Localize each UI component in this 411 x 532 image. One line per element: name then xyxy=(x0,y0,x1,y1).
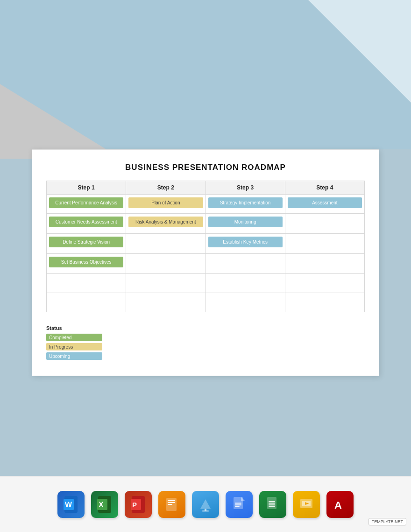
svg-rect-15 xyxy=(202,511,209,511)
legend-color-upcoming: Upcoming xyxy=(46,352,102,360)
app-icon-pages[interactable] xyxy=(158,491,185,518)
cell-3-4 xyxy=(285,234,364,254)
legend-color-in-progress: In Progress xyxy=(46,343,102,350)
cell-4-1: Set Business Objectives xyxy=(47,254,126,274)
table-row xyxy=(47,293,365,312)
app-icon-acrobat[interactable]: A xyxy=(326,491,354,518)
svg-rect-17 xyxy=(235,503,241,504)
cell-1-2: Plan of Action xyxy=(126,195,206,214)
svg-rect-14 xyxy=(205,509,206,511)
svg-rect-24 xyxy=(269,504,275,505)
cell-1-4: Assessment xyxy=(285,195,364,214)
cell-2-2: Risk Analysis & Management xyxy=(126,214,206,234)
legend-section: Status Completed In Progress Upcoming xyxy=(46,325,365,360)
cell-6-3 xyxy=(206,293,285,312)
col-header-2: Step 2 xyxy=(126,181,206,195)
app-icon-google-sheets[interactable] xyxy=(259,491,286,518)
cell-2-3: Monitoring xyxy=(206,214,285,234)
page-title: BUSINESS PRESENTATION ROADMAP xyxy=(46,163,365,172)
col-header-3: Step 3 xyxy=(206,181,285,195)
task-badge-customer-needs: Customer Needs Assessment xyxy=(49,217,123,227)
svg-rect-10 xyxy=(168,500,175,501)
task-badge-monitoring: Monitoring xyxy=(208,217,283,227)
cell-6-2 xyxy=(126,293,206,312)
roadmap-table: Step 1 Step 2 Step 3 Step 4 Current Perf… xyxy=(46,181,365,312)
task-badge-metrics: Establish Key Metrics xyxy=(208,237,283,247)
svg-rect-23 xyxy=(269,503,275,504)
cell-5-2 xyxy=(126,274,206,293)
svg-marker-13 xyxy=(200,499,211,509)
task-badge-risk: Risk Analysis & Management xyxy=(128,217,203,227)
svg-text:A: A xyxy=(334,499,342,511)
svg-rect-19 xyxy=(235,506,240,507)
svg-text:W: W xyxy=(65,501,72,509)
legend-item-completed: Completed xyxy=(46,334,365,341)
legend-color-completed: Completed xyxy=(46,334,102,341)
cell-3-3: Establish Key Metrics xyxy=(206,234,285,254)
col-header-1: Step 1 xyxy=(47,181,126,195)
cell-4-3 xyxy=(206,254,285,274)
cell-1-1: Current Performance Analysis xyxy=(47,195,126,214)
col-header-4: Step 4 xyxy=(285,181,364,195)
svg-rect-25 xyxy=(269,506,275,507)
cell-5-3 xyxy=(206,274,285,293)
legend-title: Status xyxy=(46,325,365,331)
task-badge-assessment: Assessment xyxy=(288,197,362,208)
task-badge-completed: Current Performance Analysis xyxy=(49,197,123,208)
svg-rect-12 xyxy=(168,504,172,505)
cell-5-4 xyxy=(285,274,364,293)
svg-rect-22 xyxy=(269,501,275,502)
app-toolbar: W X P xyxy=(0,476,411,532)
cell-3-2 xyxy=(126,234,206,254)
watermark-badge: TEMPLATE.NET xyxy=(368,518,406,525)
cell-4-4 xyxy=(285,254,364,274)
app-icon-keynote[interactable] xyxy=(192,491,219,518)
legend-item-in-progress: In Progress xyxy=(46,343,365,350)
cell-2-1: Customer Needs Assessment xyxy=(47,214,126,234)
legend-item-upcoming: Upcoming xyxy=(46,352,365,360)
cell-3-1: Define Strategic Vision xyxy=(47,234,126,254)
app-icon-google-slides[interactable] xyxy=(293,491,320,518)
task-badge-upcoming: Strategy Implementation xyxy=(208,197,283,208)
app-icon-powerpoint[interactable]: P xyxy=(125,491,152,518)
app-icon-excel[interactable]: X xyxy=(91,491,118,518)
app-icon-google-docs[interactable] xyxy=(226,491,253,518)
cell-2-4 xyxy=(285,214,364,234)
cell-6-4 xyxy=(285,293,364,312)
cell-6-1 xyxy=(47,293,126,312)
cell-4-2 xyxy=(126,254,206,274)
table-row: Set Business Objectives xyxy=(47,254,365,274)
svg-rect-18 xyxy=(235,504,241,505)
task-badge-in-progress: Plan of Action xyxy=(128,197,203,208)
svg-rect-11 xyxy=(168,502,175,503)
cell-5-1 xyxy=(47,274,126,293)
table-row: Define Strategic Vision Establish Key Me… xyxy=(47,234,365,254)
svg-text:X: X xyxy=(99,501,104,509)
svg-text:P: P xyxy=(132,501,137,509)
app-icon-word[interactable]: W xyxy=(57,491,85,518)
background-triangle xyxy=(0,84,121,159)
table-row xyxy=(47,274,365,293)
task-badge-objectives: Set Business Objectives xyxy=(49,257,123,267)
table-row: Current Performance Analysis Plan of Act… xyxy=(47,195,365,214)
cell-1-3: Strategy Implementation xyxy=(206,195,285,214)
main-card: BUSINESS PRESENTATION ROADMAP Step 1 Ste… xyxy=(32,149,379,376)
table-row: Customer Needs Assessment Risk Analysis … xyxy=(47,214,365,234)
task-badge-vision: Define Strategic Vision xyxy=(49,237,123,247)
